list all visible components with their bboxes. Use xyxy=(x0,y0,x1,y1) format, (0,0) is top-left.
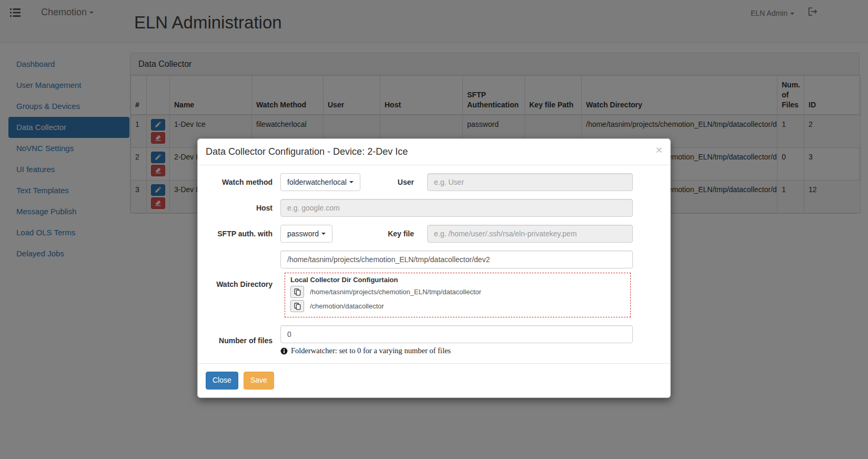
sftp-auth-dropdown[interactable]: password xyxy=(280,225,332,243)
modal-title: Data Collector Configuration - Device: 2… xyxy=(206,145,662,158)
local-path: /chemotion/datacollector xyxy=(310,302,384,310)
watch-method-label: Watch method xyxy=(206,178,272,186)
data-collector-config-modal: Data Collector Configuration - Device: 2… xyxy=(197,138,671,398)
caret-down-icon xyxy=(321,233,326,235)
number-of-files-input[interactable] xyxy=(280,325,633,343)
info-circle-icon xyxy=(280,347,288,355)
local-collector-dir-box: Local Collector Dir Configurtaion /home/… xyxy=(285,273,631,317)
watch-method-dropdown[interactable]: folderwatcherlocal xyxy=(280,173,360,191)
close-button[interactable]: Close xyxy=(206,372,238,390)
help-text: Folderwatcher: set to 0 for a varying nu… xyxy=(291,346,451,355)
save-button[interactable]: Save xyxy=(244,372,274,390)
copy-path-button[interactable] xyxy=(290,300,304,312)
modal-header: Data Collector Configuration - Device: 2… xyxy=(198,139,670,165)
host-input xyxy=(280,199,633,217)
modal-footer: Close Save xyxy=(198,363,670,397)
number-of-files-label: Number of files xyxy=(206,336,272,345)
key-file-input xyxy=(427,225,633,243)
local-collector-title: Local Collector Dir Configurtaion xyxy=(290,276,625,284)
watch-directory-label: Watch Directory xyxy=(206,280,272,288)
host-label: Host xyxy=(206,204,272,212)
copy-path-button[interactable] xyxy=(290,286,304,298)
watch-method-value: folderwatcherlocal xyxy=(287,178,347,186)
key-file-label: Key file xyxy=(388,230,414,238)
local-path: /home/tasnim/projects/chemotion_ELN/tmp/… xyxy=(310,288,481,296)
close-icon[interactable]: × xyxy=(656,144,662,155)
caret-down-icon xyxy=(349,181,354,183)
sftp-auth-value: password xyxy=(287,230,319,238)
watch-directory-input[interactable] xyxy=(280,251,633,268)
sftp-auth-label: SFTP auth. with xyxy=(206,230,272,238)
modal-body: Watch method folderwatcherlocal User Hos… xyxy=(198,165,670,363)
user-input xyxy=(427,173,633,191)
user-label: User xyxy=(398,178,414,186)
folderwatcher-help: Folderwatcher: set to 0 for a varying nu… xyxy=(280,346,633,355)
